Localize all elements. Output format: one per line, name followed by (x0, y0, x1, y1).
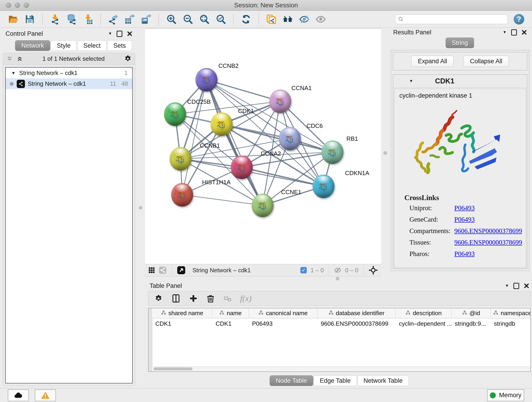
column-header-database-identifier[interactable]: database identifier (317, 308, 396, 318)
tab-network-table[interactable]: Network Table (357, 375, 409, 386)
import-network-from-database-button[interactable] (66, 14, 77, 25)
help-button[interactable]: ? (514, 14, 524, 25)
clear-table-icon[interactable] (224, 294, 231, 302)
crosslink-link[interactable]: P06493 (454, 216, 475, 223)
table-cell[interactable]: P06493 (249, 318, 317, 329)
column-header-shared-name[interactable]: shared name (152, 308, 212, 318)
options-gear-icon[interactable] (124, 55, 132, 63)
network-row[interactable]: String Network – cdk1 11 48 (6, 78, 132, 89)
export-image-button[interactable] (141, 14, 152, 25)
table-cell[interactable]: cyclin–dependent ... (396, 318, 452, 329)
warning-button[interactable] (35, 389, 56, 401)
selected-checkbox-icon[interactable]: ✓ (300, 267, 307, 274)
network-collection-row[interactable]: ▼ String Network – cdk1 1 (6, 68, 132, 78)
search-input[interactable] (406, 16, 505, 23)
table-cell[interactable]: CDK1 (152, 318, 212, 329)
tab-network[interactable]: Network (15, 40, 50, 51)
tab-style[interactable]: Style (51, 40, 77, 51)
table-scrollbar-thumb[interactable] (153, 367, 192, 370)
crosslink-link[interactable]: P06493 (454, 204, 475, 212)
panel-close-icon[interactable] (524, 283, 529, 288)
table-row[interactable]: CDK1CDK1P064939606.ENSP00000378699cyclin… (152, 318, 530, 329)
node-CCNB1[interactable] (170, 147, 191, 171)
zoom-fit-button[interactable] (199, 14, 210, 25)
results-tab-string[interactable]: String (446, 38, 474, 48)
table-cell[interactable]: 9606.ENSP00000378699 (317, 318, 396, 329)
function-builder-icon[interactable]: f(x) (240, 294, 252, 303)
table-horizontal-scrollbar[interactable] (152, 366, 530, 371)
tab-edge-table[interactable]: Edge Table (314, 375, 357, 386)
collapse-all-chevron-icon[interactable] (16, 55, 23, 62)
column-header-canonical-name[interactable]: canonical name (249, 308, 317, 318)
refresh-layout-button[interactable] (241, 14, 252, 25)
crosslink-link[interactable]: P06493 (454, 250, 475, 258)
save-session-button[interactable] (24, 14, 35, 25)
node-CCNE1[interactable] (252, 194, 273, 217)
import-table-button[interactable] (82, 14, 94, 25)
table-cell[interactable]: stringdb (491, 318, 531, 329)
tab-sets[interactable]: Sets (107, 40, 132, 51)
open-session-button[interactable] (8, 14, 19, 25)
panel-close-icon[interactable] (521, 30, 527, 35)
export-table-button[interactable] (124, 14, 135, 25)
export-network-button[interactable] (108, 14, 119, 25)
show-eye-button[interactable] (315, 14, 326, 25)
panel-float-icon[interactable] (511, 29, 517, 36)
column-header-description[interactable]: description (396, 308, 452, 318)
node-CDK1[interactable] (210, 113, 233, 136)
zoom-out-button[interactable] (182, 14, 193, 25)
grid-view-icon[interactable] (148, 267, 155, 274)
node-CDC25B[interactable] (164, 102, 186, 126)
panel-float-icon[interactable] (117, 31, 122, 37)
birdseye-view-icon[interactable] (177, 266, 186, 274)
node-HIST1H1A[interactable] (171, 183, 193, 207)
panel-float-icon[interactable] (513, 283, 519, 289)
panel-menu-icon[interactable]: ▼ (108, 32, 112, 36)
delete-column-icon[interactable] (206, 294, 215, 303)
expand-all-chevron-icon[interactable] (6, 55, 13, 62)
column-header-@id[interactable]: @id (452, 308, 491, 318)
network-canvas[interactable]: CCNB2CCNA1CDC25BCDK1CDC6RB1CCNB1CCNA2CDK… (145, 29, 381, 264)
node-CCNA2[interactable] (231, 156, 253, 179)
network-share-toggle-icon[interactable] (159, 266, 167, 274)
right-splitter-handle[interactable] (384, 151, 387, 155)
crosshair-icon[interactable] (369, 266, 378, 275)
node-CCNB2[interactable] (196, 68, 217, 92)
network-edges (145, 29, 381, 264)
panel-close-icon[interactable] (127, 31, 133, 36)
hidden-eye-icon[interactable] (334, 267, 341, 274)
node-CCNA1[interactable] (269, 89, 291, 113)
column-header-name[interactable]: name (212, 308, 249, 318)
tab-select[interactable]: Select (77, 40, 107, 51)
panel-menu-icon[interactable]: ▼ (505, 283, 509, 288)
collapse-all-button[interactable]: Collapse All (463, 56, 509, 67)
table-cell[interactable]: CDK1 (212, 318, 249, 329)
search-box[interactable] (395, 14, 508, 24)
zoom-in-button[interactable] (166, 14, 177, 25)
cloud-button[interactable] (8, 389, 29, 401)
panel-menu-icon[interactable]: ▼ (503, 30, 507, 35)
zoom-selected-button[interactable] (215, 14, 226, 25)
crosslink-link[interactable]: 9606.ENSP00000378699 (454, 227, 522, 235)
node-CDKN1A[interactable] (312, 175, 335, 198)
column-header-namespace[interactable]: namespace (491, 308, 531, 318)
expand-all-button[interactable]: Expand All (411, 56, 454, 67)
table-options-gear-icon[interactable] (154, 294, 163, 303)
split-columns-icon[interactable] (171, 294, 181, 303)
clone-network-button[interactable] (266, 14, 277, 25)
node-CDC6[interactable] (279, 127, 301, 151)
gene-collapse-icon[interactable]: ▼ (409, 79, 413, 83)
hide-glasses-button[interactable] (299, 14, 310, 25)
node-RB1[interactable] (322, 140, 343, 164)
string-home-button[interactable] (282, 14, 293, 25)
gene-section-header[interactable]: ▼ CDK1 (393, 75, 527, 88)
import-network-button[interactable] (50, 14, 60, 25)
memory-button[interactable]: Memory (487, 389, 524, 401)
table-cell[interactable]: stringdb:9... (452, 318, 491, 329)
crosslink-link[interactable]: 9606.ENSP00000378699 (454, 239, 522, 246)
add-column-icon[interactable] (189, 294, 197, 303)
canvas-toolbar-divider (329, 265, 329, 275)
collection-expand-icon[interactable]: ▼ (11, 70, 16, 76)
left-splitter-handle[interactable] (139, 206, 142, 210)
tab-node-table[interactable]: Node Table (270, 375, 313, 386)
